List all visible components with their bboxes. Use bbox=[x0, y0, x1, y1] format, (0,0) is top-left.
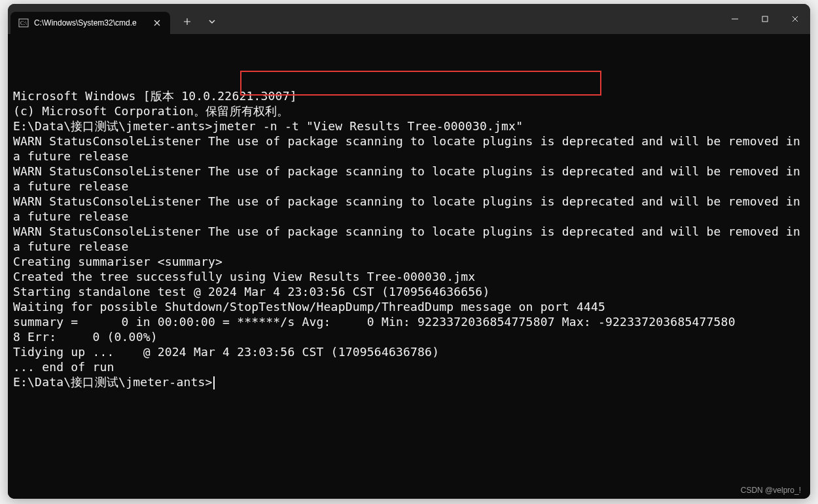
minimize-button[interactable] bbox=[720, 4, 750, 34]
svg-text:C:\: C:\ bbox=[20, 20, 27, 26]
terminal-line: WARN StatusConsoleListener The use of pa… bbox=[13, 164, 805, 194]
window-close-button[interactable] bbox=[780, 4, 810, 34]
terminal-line: Starting standalone test @ 2024 Mar 4 23… bbox=[13, 284, 805, 299]
terminal-line: WARN StatusConsoleListener The use of pa… bbox=[13, 194, 805, 224]
terminal-line: 8 Err: 0 (0.00%) bbox=[13, 329, 805, 344]
tab-dropdown-button[interactable] bbox=[202, 11, 222, 32]
cmd-icon: C:\ bbox=[18, 18, 29, 28]
text-cursor bbox=[213, 376, 215, 389]
terminal-line: summary = 0 in 00:00:00 = ******/s Avg: … bbox=[13, 314, 805, 329]
terminal-line: E:\Data\接口测试\jmeter-ants> bbox=[13, 374, 805, 389]
terminal-line: Microsoft Windows [版本 10.0.22621.3007] bbox=[13, 88, 805, 103]
svg-rect-2 bbox=[762, 16, 768, 22]
terminal-window: C:\ C:\Windows\System32\cmd.e bbox=[8, 4, 810, 499]
terminal-line: Creating summariser <summary> bbox=[13, 254, 805, 269]
terminal-line: WARN StatusConsoleListener The use of pa… bbox=[13, 134, 805, 164]
tab-strip: C:\ C:\Windows\System32\cmd.e bbox=[8, 4, 170, 34]
terminal-line: ... end of run bbox=[13, 359, 805, 374]
terminal-line: Created the tree successfully using View… bbox=[13, 269, 805, 284]
terminal-output[interactable]: Microsoft Windows [版本 10.0.22621.3007](c… bbox=[8, 34, 810, 499]
terminal-line: Waiting for possible Shutdown/StopTestNo… bbox=[13, 299, 805, 314]
terminal-line: Tidying up ... @ 2024 Mar 4 23:03:56 CST… bbox=[13, 344, 805, 359]
tab-close-button[interactable] bbox=[152, 18, 162, 28]
titlebar: C:\ C:\Windows\System32\cmd.e bbox=[8, 4, 810, 34]
terminal-line: WARN StatusConsoleListener The use of pa… bbox=[13, 224, 805, 254]
window-controls bbox=[720, 4, 810, 34]
maximize-button[interactable] bbox=[750, 4, 780, 34]
terminal-line: E:\Data\接口测试\jmeter-ants>jmeter -n -t "V… bbox=[13, 118, 805, 134]
watermark-text: CSDN @velpro_! bbox=[741, 486, 801, 495]
terminal-line: (c) Microsoft Corporation。保留所有权利。 bbox=[13, 103, 805, 118]
tab-cmd[interactable]: C:\ C:\Windows\System32\cmd.e bbox=[10, 12, 170, 34]
tab-actions bbox=[170, 4, 222, 34]
new-tab-button[interactable] bbox=[177, 11, 198, 32]
tab-title: C:\Windows\System32\cmd.e bbox=[34, 18, 147, 27]
